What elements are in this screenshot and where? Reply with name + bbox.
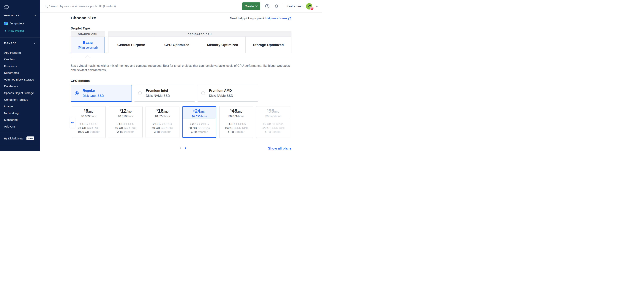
sidebar-nav: App Platform Droplets Functions Kubernet… bbox=[0, 50, 40, 130]
manage-section-header[interactable]: MANAGE bbox=[0, 42, 40, 44]
spec-unit: / 4 CPUs bbox=[233, 122, 246, 126]
cpu-option-premium-intel[interactable]: Premium Intel Disk: NVMe SSD bbox=[134, 85, 195, 102]
currency-symbol: $ bbox=[156, 109, 158, 112]
search-input[interactable] bbox=[49, 4, 161, 8]
help-button[interactable]: ? bbox=[265, 4, 270, 8]
search-icon bbox=[44, 4, 48, 8]
spec-value: 320 GB bbox=[262, 126, 272, 130]
spec-unit: transfer bbox=[123, 130, 134, 133]
dedicated-cpu-column: DEDICATED CPU General Purpose CPU-Optimi… bbox=[108, 32, 292, 53]
cpu-option-title: Premium AMD bbox=[209, 89, 233, 93]
new-badge: New bbox=[26, 136, 34, 140]
avatar-sticker-badge bbox=[310, 6, 314, 10]
spec-unit: SSD Disk bbox=[86, 126, 99, 130]
user-avatar[interactable]: KT bbox=[306, 3, 312, 10]
page-dot-2-active[interactable] bbox=[185, 148, 186, 149]
tab-general-purpose[interactable]: General Purpose bbox=[108, 37, 154, 53]
sidebar-item-add-ons[interactable]: Add-Ons bbox=[0, 123, 40, 130]
projects-section-header[interactable]: PROJECTS bbox=[0, 14, 40, 17]
currency-symbol: $ bbox=[230, 109, 232, 112]
plans-footer: Show all plans bbox=[71, 146, 292, 150]
page-dot-1[interactable] bbox=[180, 148, 181, 149]
main-area: Create ? Kestra Team KT Choose Size Need… bbox=[40, 0, 322, 151]
create-button[interactable]: Create bbox=[242, 2, 260, 10]
tab-basic[interactable]: Basic (Plan selected) bbox=[71, 37, 105, 53]
tab-storage-optimized[interactable]: Storage-Optimized bbox=[246, 37, 291, 53]
sidebar-item-functions[interactable]: Functions bbox=[0, 63, 40, 70]
plan-card-24mo-selected[interactable]: $24/mo $0.036/hour 4 GB / 2 CPUs 80 GB S… bbox=[182, 106, 216, 138]
sidebar-item-spaces-object-storage[interactable]: Spaces Object Storage bbox=[0, 90, 40, 96]
sidebar-item-networking[interactable]: Networking bbox=[0, 110, 40, 116]
spec-value: 8 GB bbox=[227, 122, 233, 126]
price-amount: 6 bbox=[86, 108, 88, 114]
cpu-option-regular[interactable]: Regular Disk type: SSD bbox=[71, 85, 132, 102]
sidebar-item-app-platform[interactable]: App Platform bbox=[0, 50, 40, 56]
hourly-period: /hour bbox=[164, 114, 170, 118]
hourly-amount: $0.027 bbox=[155, 114, 164, 118]
sidebar-item-first-project[interactable]: first-project bbox=[4, 22, 40, 25]
chevron-up-icon bbox=[34, 42, 36, 44]
hourly-price: $0.036/hour bbox=[192, 115, 207, 118]
spec-unit: transfer bbox=[271, 130, 282, 133]
price-amount: 18 bbox=[158, 108, 164, 114]
hourly-amount: $0.036 bbox=[192, 115, 200, 118]
spec-ram-cpu: 2 GB / 2 CPUs bbox=[146, 122, 179, 126]
radio-unselected-icon bbox=[138, 91, 142, 95]
sidebar-item-images[interactable]: Images bbox=[0, 103, 40, 110]
spec-disk: 25 GB SSD Disk bbox=[72, 126, 106, 130]
spec-unit: SSD Disk bbox=[160, 126, 173, 130]
spec-value: 50 GB bbox=[115, 126, 123, 130]
sidebar-item-kubernetes[interactable]: Kubernetes bbox=[0, 70, 40, 76]
disk-prefix: Disk: bbox=[209, 94, 217, 98]
spec-unit: SSD Disk bbox=[234, 126, 248, 130]
shared-cpu-column: SHARED CPU Basic (Plan selected) bbox=[71, 32, 105, 53]
hourly-amount: $0.071 bbox=[228, 114, 237, 118]
selected-tab-connector bbox=[71, 55, 292, 58]
cpu-option-premium-amd[interactable]: Premium AMD Disk: NVMe SSD bbox=[197, 85, 258, 102]
sidebar: PROJECTS first-project + New Project MAN… bbox=[0, 0, 40, 151]
hourly-price: $0.027/hour bbox=[155, 114, 170, 118]
spec-unit: transfer bbox=[89, 130, 100, 133]
currency-symbol: $ bbox=[267, 109, 268, 112]
spec-disk: 60 GB SSD Disk bbox=[146, 126, 179, 130]
hourly-price: $0.009/hour bbox=[81, 114, 96, 118]
show-all-plans-link[interactable]: Show all plans bbox=[268, 146, 291, 150]
plan-card-18mo[interactable]: $18/mo $0.027/hour 2 GB / 2 CPUs 60 GB S… bbox=[146, 106, 180, 138]
carousel-pagination bbox=[74, 148, 292, 149]
plan-selected-note: (Plan selected) bbox=[78, 46, 98, 50]
spec-disk: 160 GB SSD Disk bbox=[220, 126, 253, 130]
project-name-label: first-project bbox=[10, 22, 24, 25]
project-icon bbox=[4, 22, 8, 25]
sidebar-footer[interactable]: By DigitalOcean New bbox=[4, 136, 34, 140]
cpu-option-texts: Regular Disk type: SSD bbox=[83, 89, 104, 98]
price-period: /mo bbox=[164, 110, 169, 113]
projects-header-label: PROJECTS bbox=[4, 14, 20, 17]
help-me-choose-link[interactable]: Help me choose bbox=[265, 17, 287, 20]
notifications-button[interactable] bbox=[274, 4, 278, 8]
carousel-left-button[interactable] bbox=[70, 117, 75, 128]
sidebar-item-databases[interactable]: Databases bbox=[0, 83, 40, 90]
cpu-option-texts: Premium Intel Disk: NVMe SSD bbox=[146, 89, 170, 98]
tab-memory-optimized[interactable]: Memory-Optimized bbox=[200, 37, 246, 53]
digitalocean-logo-icon[interactable] bbox=[4, 4, 9, 11]
plan-card-12mo[interactable]: $12/mo $0.018/hour 2 GB / 1 CPU 50 GB SS… bbox=[109, 106, 142, 138]
hourly-period: /hour bbox=[274, 114, 281, 118]
chevron-down-icon[interactable] bbox=[316, 6, 318, 7]
tab-cpu-optimized[interactable]: CPU-Optimized bbox=[154, 37, 200, 53]
title-row: Choose Size Need help picking a plan? He… bbox=[71, 16, 292, 20]
sidebar-item-volumes-block-storage[interactable]: Volumes Block Storage bbox=[0, 76, 40, 83]
plan-card-96mo-disabled[interactable]: $96/mo $0.143/hour 16 GB / 8 CPUs 320 GB… bbox=[256, 106, 290, 138]
plan-price: $18/mo bbox=[156, 108, 169, 114]
sidebar-item-container-registry[interactable]: Container Registry bbox=[0, 96, 40, 103]
price-amount: 24 bbox=[195, 108, 200, 114]
team-name-label[interactable]: Kestra Team bbox=[286, 5, 303, 8]
sidebar-item-monitoring[interactable]: Monitoring bbox=[0, 116, 40, 123]
new-project-button[interactable]: + New Project bbox=[4, 29, 40, 32]
plan-price-section: $96/mo $0.143/hour bbox=[256, 106, 290, 119]
plan-card-48mo[interactable]: $48/mo $0.071/hour 8 GB / 4 CPUs 160 GB … bbox=[219, 106, 253, 138]
header-divider bbox=[283, 4, 283, 9]
page-title: Choose Size bbox=[71, 16, 96, 20]
sidebar-item-droplets[interactable]: Droplets bbox=[0, 56, 40, 63]
plan-card-6mo[interactable]: $6/mo $0.009/hour 1 GB / 1 CPU 25 GB SSD… bbox=[72, 106, 106, 138]
plan-price: $48/mo bbox=[230, 108, 242, 114]
